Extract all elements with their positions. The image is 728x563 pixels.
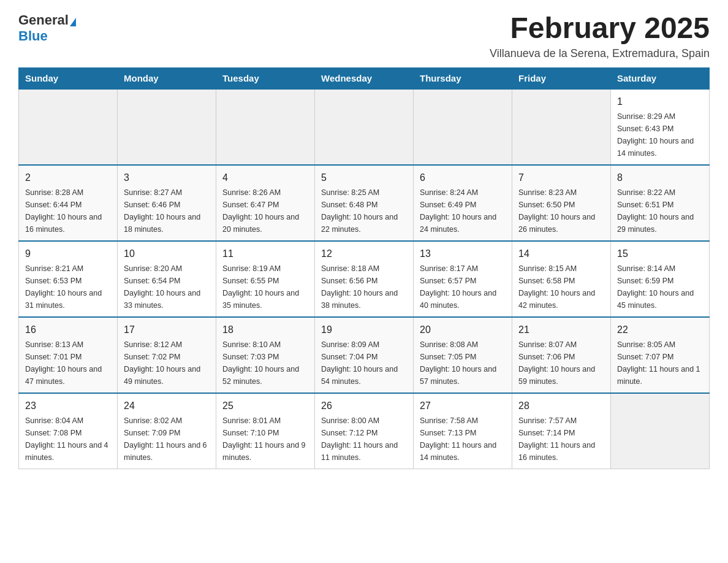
day-info: Sunrise: 8:13 AM Sunset: 7:01 PM Dayligh…	[25, 339, 111, 388]
logo-triangle-icon	[70, 18, 76, 26]
calendar-cell: 20Sunrise: 8:08 AM Sunset: 7:05 PM Dayli…	[414, 317, 512, 393]
calendar-cell: 28Sunrise: 7:57 AM Sunset: 7:14 PM Dayli…	[512, 393, 611, 469]
logo: General Blue	[18, 12, 76, 44]
day-info: Sunrise: 8:17 AM Sunset: 6:57 PM Dayligh…	[420, 262, 506, 312]
day-number: 1	[617, 94, 703, 109]
day-number: 15	[617, 247, 703, 261]
location: Villanueva de la Serena, Extremadura, Sp…	[490, 47, 710, 60]
day-number: 25	[222, 399, 308, 413]
calendar-cell: 16Sunrise: 8:13 AM Sunset: 7:01 PM Dayli…	[19, 317, 118, 393]
header-saturday: Saturday	[611, 67, 710, 89]
day-number: 21	[518, 323, 604, 337]
header-thursday: Thursday	[414, 67, 512, 89]
calendar-cell	[611, 393, 710, 469]
header-wednesday: Wednesday	[315, 67, 414, 89]
calendar-cell: 26Sunrise: 8:00 AM Sunset: 7:12 PM Dayli…	[315, 393, 414, 469]
calendar-cell: 3Sunrise: 8:27 AM Sunset: 6:46 PM Daylig…	[118, 165, 216, 241]
week-row-3: 9Sunrise: 8:21 AM Sunset: 6:53 PM Daylig…	[19, 241, 710, 317]
day-number: 5	[321, 170, 407, 185]
calendar-cell: 11Sunrise: 8:19 AM Sunset: 6:55 PM Dayli…	[216, 241, 315, 317]
calendar-cell: 9Sunrise: 8:21 AM Sunset: 6:53 PM Daylig…	[19, 241, 118, 317]
week-row-4: 16Sunrise: 8:13 AM Sunset: 7:01 PM Dayli…	[19, 317, 710, 393]
day-info: Sunrise: 8:22 AM Sunset: 6:51 PM Dayligh…	[617, 186, 703, 236]
day-info: Sunrise: 8:26 AM Sunset: 6:47 PM Dayligh…	[222, 186, 308, 236]
day-number: 4	[222, 170, 308, 185]
week-row-2: 2Sunrise: 8:28 AM Sunset: 6:44 PM Daylig…	[19, 165, 710, 241]
day-info: Sunrise: 8:29 AM Sunset: 6:43 PM Dayligh…	[617, 110, 703, 159]
day-number: 10	[124, 247, 210, 261]
day-info: Sunrise: 8:25 AM Sunset: 6:48 PM Dayligh…	[321, 186, 407, 236]
calendar-cell: 13Sunrise: 8:17 AM Sunset: 6:57 PM Dayli…	[414, 241, 512, 317]
calendar-cell: 15Sunrise: 8:14 AM Sunset: 6:59 PM Dayli…	[611, 241, 710, 317]
calendar-cell: 27Sunrise: 7:58 AM Sunset: 7:13 PM Dayli…	[414, 393, 512, 469]
calendar-cell	[315, 89, 414, 165]
calendar-cell: 5Sunrise: 8:25 AM Sunset: 6:48 PM Daylig…	[315, 165, 414, 241]
day-number: 12	[321, 247, 407, 261]
calendar-cell	[19, 89, 118, 165]
calendar-cell: 7Sunrise: 8:23 AM Sunset: 6:50 PM Daylig…	[512, 165, 611, 241]
page-header: General Blue February 2025 Villanueva de…	[18, 12, 710, 60]
day-number: 27	[420, 399, 506, 413]
day-info: Sunrise: 8:21 AM Sunset: 6:53 PM Dayligh…	[25, 262, 111, 312]
day-info: Sunrise: 8:07 AM Sunset: 7:06 PM Dayligh…	[518, 339, 604, 388]
day-number: 28	[518, 399, 604, 413]
day-info: Sunrise: 8:09 AM Sunset: 7:04 PM Dayligh…	[321, 339, 407, 388]
day-number: 24	[124, 399, 210, 413]
calendar-cell: 2Sunrise: 8:28 AM Sunset: 6:44 PM Daylig…	[19, 165, 118, 241]
calendar-cell: 12Sunrise: 8:18 AM Sunset: 6:56 PM Dayli…	[315, 241, 414, 317]
calendar-cell	[118, 89, 216, 165]
day-info: Sunrise: 8:18 AM Sunset: 6:56 PM Dayligh…	[321, 262, 407, 312]
calendar-cell: 4Sunrise: 8:26 AM Sunset: 6:47 PM Daylig…	[216, 165, 315, 241]
calendar-cell: 6Sunrise: 8:24 AM Sunset: 6:49 PM Daylig…	[414, 165, 512, 241]
day-number: 11	[222, 247, 308, 261]
calendar-cell: 21Sunrise: 8:07 AM Sunset: 7:06 PM Dayli…	[512, 317, 611, 393]
header-tuesday: Tuesday	[216, 67, 315, 89]
title-block: February 2025 Villanueva de la Serena, E…	[490, 12, 710, 60]
day-info: Sunrise: 7:57 AM Sunset: 7:14 PM Dayligh…	[518, 415, 604, 464]
day-info: Sunrise: 8:08 AM Sunset: 7:05 PM Dayligh…	[420, 339, 506, 388]
calendar-cell	[414, 89, 512, 165]
day-info: Sunrise: 8:02 AM Sunset: 7:09 PM Dayligh…	[124, 415, 210, 464]
calendar-cell: 22Sunrise: 8:05 AM Sunset: 7:07 PM Dayli…	[611, 317, 710, 393]
day-number: 9	[25, 247, 111, 261]
day-info: Sunrise: 8:14 AM Sunset: 6:59 PM Dayligh…	[617, 262, 703, 312]
day-number: 7	[518, 170, 604, 185]
day-info: Sunrise: 8:05 AM Sunset: 7:07 PM Dayligh…	[617, 339, 703, 388]
calendar-cell: 14Sunrise: 8:15 AM Sunset: 6:58 PM Dayli…	[512, 241, 611, 317]
day-info: Sunrise: 8:01 AM Sunset: 7:10 PM Dayligh…	[222, 415, 308, 464]
day-info: Sunrise: 8:27 AM Sunset: 6:46 PM Dayligh…	[124, 186, 210, 236]
header-friday: Friday	[512, 67, 611, 89]
calendar-cell: 17Sunrise: 8:12 AM Sunset: 7:02 PM Dayli…	[118, 317, 216, 393]
calendar-cell: 1Sunrise: 8:29 AM Sunset: 6:43 PM Daylig…	[611, 89, 710, 165]
day-info: Sunrise: 7:58 AM Sunset: 7:13 PM Dayligh…	[420, 415, 506, 464]
logo-text: General	[18, 12, 76, 28]
day-info: Sunrise: 8:19 AM Sunset: 6:55 PM Dayligh…	[222, 262, 308, 312]
day-info: Sunrise: 8:20 AM Sunset: 6:54 PM Dayligh…	[124, 262, 210, 312]
header-monday: Monday	[118, 67, 216, 89]
calendar-cell	[216, 89, 315, 165]
day-number: 19	[321, 323, 407, 337]
day-number: 22	[617, 323, 703, 337]
week-row-1: 1Sunrise: 8:29 AM Sunset: 6:43 PM Daylig…	[19, 89, 710, 165]
logo-general: General	[18, 12, 69, 28]
calendar-cell: 23Sunrise: 8:04 AM Sunset: 7:08 PM Dayli…	[19, 393, 118, 469]
day-info: Sunrise: 8:23 AM Sunset: 6:50 PM Dayligh…	[518, 186, 604, 236]
month-title: February 2025	[490, 12, 710, 45]
calendar-cell: 18Sunrise: 8:10 AM Sunset: 7:03 PM Dayli…	[216, 317, 315, 393]
day-info: Sunrise: 8:10 AM Sunset: 7:03 PM Dayligh…	[222, 339, 308, 388]
calendar-cell: 25Sunrise: 8:01 AM Sunset: 7:10 PM Dayli…	[216, 393, 315, 469]
day-number: 20	[420, 323, 506, 337]
day-number: 16	[25, 323, 111, 337]
calendar-cell: 19Sunrise: 8:09 AM Sunset: 7:04 PM Dayli…	[315, 317, 414, 393]
day-number: 26	[321, 399, 407, 413]
day-number: 17	[124, 323, 210, 337]
day-number: 3	[124, 170, 210, 185]
calendar-cell: 8Sunrise: 8:22 AM Sunset: 6:51 PM Daylig…	[611, 165, 710, 241]
header-sunday: Sunday	[19, 67, 118, 89]
calendar-header-row: Sunday Monday Tuesday Wednesday Thursday…	[19, 67, 710, 89]
day-info: Sunrise: 8:28 AM Sunset: 6:44 PM Dayligh…	[25, 186, 111, 236]
logo-blue: Blue	[18, 28, 48, 44]
day-info: Sunrise: 8:04 AM Sunset: 7:08 PM Dayligh…	[25, 415, 111, 464]
day-info: Sunrise: 8:00 AM Sunset: 7:12 PM Dayligh…	[321, 415, 407, 464]
day-info: Sunrise: 8:15 AM Sunset: 6:58 PM Dayligh…	[518, 262, 604, 312]
